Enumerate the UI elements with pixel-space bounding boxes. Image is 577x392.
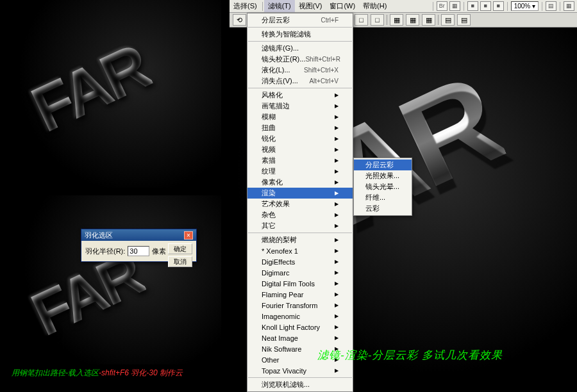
minibridge-icon[interactable]: ▦ xyxy=(449,1,460,11)
menu-item[interactable]: 视频▶ xyxy=(247,144,353,155)
close-icon[interactable]: × xyxy=(184,231,193,240)
menu-item[interactable]: * Xenofex 1▶ xyxy=(247,245,353,256)
chevron-right-icon: ▶ xyxy=(335,190,339,196)
menu-select[interactable]: 选择(S) xyxy=(230,0,261,12)
menu-item[interactable]: 滤镜库(G)... xyxy=(247,43,353,54)
menu-window[interactable]: 窗口(W) xyxy=(326,0,359,12)
arrange-icon-1[interactable]: ▤ xyxy=(546,1,556,11)
caption-part1: 用钢笔扣出路径-载入选区 xyxy=(12,368,99,377)
menu-item[interactable]: 浏览联机滤镜... xyxy=(247,379,353,390)
menu-item[interactable]: 燃烧的梨树▶ xyxy=(247,234,353,245)
menu-item[interactable]: 素描▶ xyxy=(247,155,353,166)
feather-unit: 像素 xyxy=(152,247,166,256)
filter-menu: 分层云彩Ctrl+F转换为智能滤镜滤镜库(G)...镜头校正(R)...Shif… xyxy=(247,13,353,392)
menu-item[interactable]: Fourier Transform▶ xyxy=(247,300,353,311)
menu-item[interactable]: 扭曲▶ xyxy=(247,122,353,133)
feather-input[interactable] xyxy=(128,246,149,256)
screenmode-icon-3[interactable]: ■ xyxy=(493,1,504,11)
menu-item[interactable]: Knoll Light Factory▶ xyxy=(247,322,353,332)
tool-icon[interactable]: ▦ xyxy=(406,14,419,26)
menu-item[interactable]: Digital Film Tools▶ xyxy=(247,278,353,289)
tool-icon[interactable]: ▤ xyxy=(457,14,471,26)
menu-item[interactable]: 渲染▶ xyxy=(247,188,353,199)
screenmode-icon-1[interactable]: ■ xyxy=(467,1,478,11)
submenu-item[interactable]: 云彩 xyxy=(354,203,412,214)
submenu-item[interactable]: 分层云彩 xyxy=(354,159,412,170)
chevron-right-icon: ▶ xyxy=(335,324,339,330)
menu-item[interactable]: 艺术效果▶ xyxy=(247,199,353,209)
chevron-right-icon: ▶ xyxy=(335,237,339,243)
feather-label: 羽化半径(R): xyxy=(85,247,125,256)
menu-item[interactable]: 风格化▶ xyxy=(247,90,353,101)
chevron-right-icon: ▶ xyxy=(335,270,339,275)
menu-item[interactable]: 其它▶ xyxy=(247,220,353,231)
preview-image-top: FAR xyxy=(12,0,221,188)
chevron-right-icon: ▶ xyxy=(335,114,339,120)
dialog-title: 羽化选区 xyxy=(85,231,113,240)
submenu-item[interactable]: 光照效果... xyxy=(354,170,412,181)
caption-right: 滤镜-渲染-分层云彩 多试几次看效果 xyxy=(317,348,503,363)
menubar: 选择(S) 滤镜(T) 视图(V) 窗口(W) 帮助(H) Br ▦ ■ ■ ■… xyxy=(230,0,577,13)
feather-dialog: 羽化选区 × 羽化半径(R): 像素 确定 取消 xyxy=(81,229,197,262)
menu-item[interactable]: Neat Image▶ xyxy=(247,332,353,343)
menu-item[interactable]: Imagenomic▶ xyxy=(247,311,353,322)
render-submenu: 分层云彩光照效果...镜头光晕...纤维...云彩 xyxy=(353,158,412,216)
menu-item[interactable]: Topaz Vivacity▶ xyxy=(247,365,353,376)
left-column: FAR FAR 羽化选区 × 羽化半径(R): 像素 确定 取消 xyxy=(12,0,221,364)
screenmode-icon-2[interactable]: ■ xyxy=(480,1,491,11)
tool-icon[interactable]: □ xyxy=(355,14,368,26)
menu-item[interactable]: Digimarc▶ xyxy=(247,267,353,278)
chevron-right-icon: ▶ xyxy=(335,291,339,297)
menu-item[interactable]: 转换为智能滤镜 xyxy=(247,29,353,40)
chevron-right-icon: ▶ xyxy=(335,212,339,218)
submenu-item[interactable]: 镜头光晕... xyxy=(354,181,412,192)
tool-icon[interactable]: □ xyxy=(371,14,384,26)
chevron-right-icon: ▶ xyxy=(335,168,339,174)
chevron-right-icon: ▶ xyxy=(335,201,339,207)
chevron-right-icon: ▶ xyxy=(335,92,339,98)
menu-item[interactable]: 画笔描边▶ xyxy=(247,101,353,111)
chevron-right-icon: ▶ xyxy=(335,103,339,109)
dialog-titlebar[interactable]: 羽化选区 × xyxy=(81,229,196,241)
tool-icon[interactable]: ▦ xyxy=(390,14,403,26)
chevron-right-icon: ▶ xyxy=(335,313,339,319)
menu-item[interactable]: 锐化▶ xyxy=(247,133,353,144)
chevron-right-icon: ▶ xyxy=(335,259,339,265)
menu-item[interactable]: 像素化▶ xyxy=(247,177,353,188)
menu-filter[interactable]: 滤镜(T) xyxy=(264,0,295,12)
artwork-text: FAR xyxy=(21,29,159,146)
chevron-right-icon: ▶ xyxy=(335,223,339,229)
menu-item[interactable]: 模糊▶ xyxy=(247,111,353,122)
menu-item[interactable]: 杂色▶ xyxy=(247,209,353,220)
chevron-right-icon: ▶ xyxy=(335,147,339,152)
right-panel: FAR 选择(S) 滤镜(T) 视图(V) 窗口(W) 帮助(H) Br ▦ ■… xyxy=(230,0,577,382)
chevron-right-icon: ▶ xyxy=(335,368,339,373)
chevron-right-icon: ▶ xyxy=(335,136,339,142)
chevron-right-icon: ▶ xyxy=(335,125,339,131)
menu-view[interactable]: 视图(V) xyxy=(295,0,326,12)
menu-help[interactable]: 帮助(H) xyxy=(359,0,390,12)
menu-item[interactable]: DigiEffects▶ xyxy=(247,256,353,267)
chevron-right-icon: ▶ xyxy=(335,335,339,341)
bridge-icon[interactable]: Br xyxy=(437,1,447,11)
menu-item[interactable]: 纹理▶ xyxy=(247,166,353,177)
menu-item[interactable]: 分层云彩Ctrl+F xyxy=(247,15,353,26)
chevron-right-icon: ▶ xyxy=(335,281,339,286)
zoom-level[interactable]: 100% ▾ xyxy=(511,1,539,11)
cancel-button[interactable]: 取消 xyxy=(168,256,192,267)
chevron-right-icon: ▶ xyxy=(335,158,339,163)
submenu-item[interactable]: 纤维... xyxy=(354,192,412,203)
ok-button[interactable]: 确定 xyxy=(168,243,192,254)
tool-icon[interactable]: ▤ xyxy=(441,14,455,26)
menu-item[interactable]: 液化(L)...Shift+Ctrl+X xyxy=(247,65,353,76)
preview-image-bottom: FAR 羽化选区 × 羽化半径(R): 像素 确定 取消 xyxy=(12,195,221,364)
tool-icon[interactable]: ▦ xyxy=(422,14,435,26)
menu-item[interactable]: 消失点(V)...Alt+Ctrl+V xyxy=(247,76,353,86)
tool-icon[interactable]: ⟲ xyxy=(233,14,246,26)
menu-item[interactable]: Flaming Pear▶ xyxy=(247,289,353,300)
chevron-right-icon: ▶ xyxy=(335,248,339,254)
menu-item[interactable]: 镜头校正(R)...Shift+Ctrl+R xyxy=(247,54,353,65)
arrange-icon-2[interactable]: ▦ xyxy=(564,1,574,11)
chevron-right-icon: ▶ xyxy=(335,179,339,185)
caption-left: 用钢笔扣出路径-载入选区-shfit+F6 羽化-30 制作云 xyxy=(12,368,183,379)
